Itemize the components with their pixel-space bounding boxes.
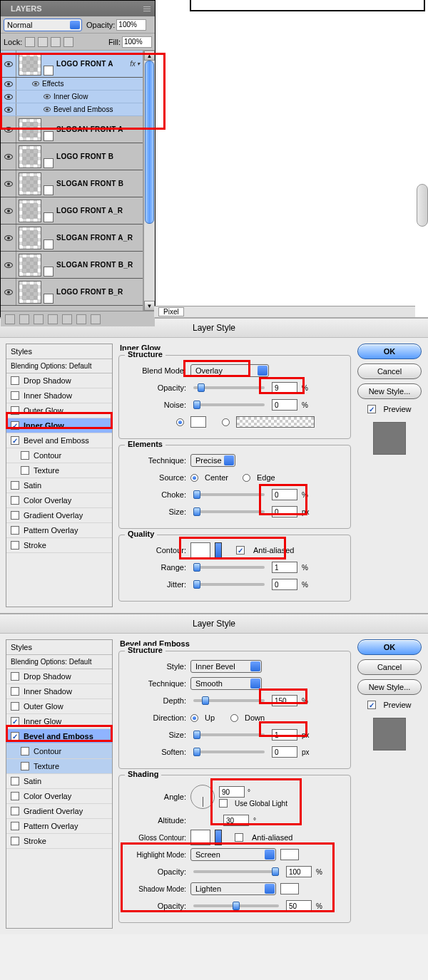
- layer-thumbnail[interactable]: [19, 172, 41, 195]
- use-global-light-checkbox[interactable]: [219, 799, 228, 808]
- style-satin[interactable]: Satin: [6, 774, 112, 789]
- gradient-swatch[interactable]: [236, 416, 315, 428]
- visibility-icon[interactable]: [4, 208, 13, 214]
- direction-up-radio[interactable]: [190, 714, 198, 722]
- shadow-color-swatch[interactable]: [280, 883, 299, 894]
- style-satin[interactable]: Satin: [6, 478, 112, 493]
- direction-down-radio[interactable]: [230, 714, 238, 722]
- layer-mask-icon[interactable]: [44, 66, 54, 76]
- canvas-area[interactable]: [156, 0, 428, 317]
- layer-mask-icon[interactable]: [44, 294, 54, 304]
- blend-mode-select[interactable]: Normal: [4, 19, 82, 31]
- mask-icon[interactable]: [34, 314, 44, 324]
- layer-row[interactable]: SLOGAN FRONT B: [1, 170, 143, 197]
- new-style-button[interactable]: New Style...: [357, 383, 422, 399]
- styles-header[interactable]: Styles: [6, 640, 112, 655]
- layer-mask-icon[interactable]: [44, 267, 54, 277]
- layer-row[interactable]: LOGO FRONT B: [1, 143, 143, 170]
- visibility-icon[interactable]: [4, 181, 13, 187]
- visibility-icon[interactable]: [4, 94, 13, 100]
- contour-dropdown[interactable]: [215, 542, 222, 558]
- layer-row[interactable]: LOGO FRONT A fx▾: [1, 51, 143, 78]
- depth-slider[interactable]: [193, 699, 265, 702]
- style-inner-shadow[interactable]: Inner Shadow: [6, 684, 112, 699]
- visibility-icon[interactable]: [4, 107, 13, 113]
- style-contour[interactable]: Contour: [6, 744, 112, 759]
- group-icon[interactable]: [62, 314, 72, 324]
- gloss-anti-aliased-checkbox[interactable]: [235, 833, 243, 842]
- visibility-icon[interactable]: [4, 61, 13, 67]
- visibility-icon[interactable]: [4, 262, 13, 268]
- lock-all-icon[interactable]: [63, 37, 73, 47]
- effects-header[interactable]: Effects: [1, 78, 143, 91]
- jitter-slider[interactable]: [193, 583, 265, 586]
- layer-thumbnail[interactable]: [19, 254, 41, 277]
- style-inner-glow[interactable]: Inner Glow: [6, 714, 112, 729]
- cancel-button[interactable]: Cancel: [357, 659, 422, 675]
- visibility-icon[interactable]: [4, 289, 13, 295]
- panel-menu-icon[interactable]: [143, 6, 151, 11]
- style-inner-glow[interactable]: Inner Glow: [6, 418, 112, 433]
- size-slider[interactable]: [193, 733, 265, 736]
- lock-transparency-icon[interactable]: [25, 37, 35, 47]
- style-texture[interactable]: Texture: [6, 463, 112, 478]
- lock-position-icon[interactable]: [51, 37, 61, 47]
- layer-row[interactable]: SLOGAN FRONT A: [1, 116, 143, 143]
- anti-aliased-checkbox[interactable]: [236, 546, 245, 555]
- range-field[interactable]: 1: [272, 562, 297, 573]
- style-pattern-overlay[interactable]: Pattern Overlay: [6, 819, 112, 834]
- layer-thumbnail[interactable]: [19, 145, 41, 168]
- visibility-icon[interactable]: [4, 127, 13, 133]
- style-drop-shadow[interactable]: Drop Shadow: [6, 669, 112, 684]
- style-color-overlay[interactable]: Color Overlay: [6, 789, 112, 804]
- style-drop-shadow[interactable]: Drop Shadow: [6, 373, 112, 388]
- jitter-field[interactable]: 0: [272, 579, 297, 590]
- fill-field[interactable]: 100%: [122, 36, 152, 48]
- layer-thumbnail[interactable]: [19, 281, 41, 304]
- range-slider[interactable]: [193, 566, 265, 569]
- blending-options[interactable]: Blending Options: Default: [6, 655, 112, 669]
- color-swatch[interactable]: [190, 416, 206, 428]
- preview-checkbox[interactable]: [367, 405, 376, 413]
- scroll-up-arrow[interactable]: ▲: [144, 51, 155, 61]
- highlight-opacity-field[interactable]: 100: [286, 866, 312, 877]
- soften-slider[interactable]: [193, 751, 265, 753]
- layer-mask-icon[interactable]: [44, 158, 54, 168]
- canvas-scroll-thumb[interactable]: [417, 184, 428, 227]
- fx-icon[interactable]: [19, 314, 29, 324]
- contour-thumbnail[interactable]: [190, 542, 210, 558]
- effect-item[interactable]: Bevel and Emboss: [1, 103, 143, 116]
- layer-mask-icon[interactable]: [44, 212, 54, 222]
- layers-scrollbar[interactable]: ▲ ▼: [143, 51, 155, 311]
- style-texture[interactable]: Texture: [6, 759, 112, 774]
- scroll-thumb[interactable]: [145, 61, 154, 224]
- trash-icon[interactable]: [91, 314, 101, 324]
- angle-field[interactable]: 90: [219, 786, 245, 798]
- cancel-button[interactable]: Cancel: [357, 363, 422, 379]
- soften-field[interactable]: 0: [272, 746, 297, 758]
- layer-mask-icon[interactable]: [44, 185, 54, 195]
- size-field[interactable]: 1: [272, 729, 297, 741]
- technique-select[interactable]: Smooth: [190, 677, 262, 690]
- scroll-down-arrow[interactable]: ▼: [144, 301, 155, 311]
- angle-wheel[interactable]: [190, 785, 215, 809]
- effect-item[interactable]: Inner Glow: [1, 91, 143, 103]
- style-gradient-overlay[interactable]: Gradient Overlay: [6, 508, 112, 523]
- style-color-overlay[interactable]: Color Overlay: [6, 493, 112, 508]
- style-contour[interactable]: Contour: [6, 448, 112, 463]
- bevel-style-select[interactable]: Inner Bevel: [190, 660, 262, 673]
- choke-field[interactable]: 0: [272, 489, 297, 500]
- styles-header[interactable]: Styles: [6, 344, 112, 359]
- visibility-icon[interactable]: [4, 235, 13, 241]
- choke-slider[interactable]: [193, 493, 265, 496]
- color-radio[interactable]: [176, 418, 184, 426]
- visibility-icon[interactable]: [4, 154, 13, 160]
- unit-readout[interactable]: Pixel: [158, 307, 184, 316]
- layers-tab[interactable]: LAYERS: [5, 2, 48, 15]
- gradient-radio[interactable]: [222, 418, 230, 426]
- new-layer-icon[interactable]: [76, 314, 86, 324]
- highlight-opacity-slider[interactable]: [193, 870, 279, 873]
- shadow-opacity-slider[interactable]: [193, 904, 279, 907]
- ok-button[interactable]: OK: [357, 639, 422, 655]
- style-bevel-emboss[interactable]: Bevel and Emboss: [6, 729, 112, 744]
